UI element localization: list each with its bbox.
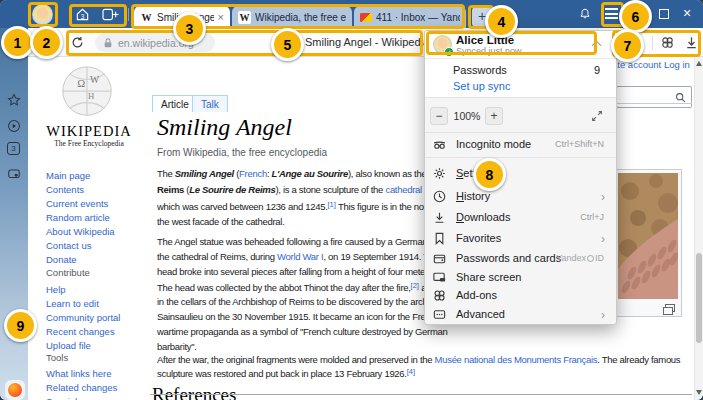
article-image-frame[interactable] — [614, 169, 682, 317]
menu-item-settings[interactable]: Settings — [425, 166, 616, 182]
wikipedia-tagline: The Free Encyclopedia — [28, 139, 150, 148]
menu-sync-card: Passwords 9 Set up sync — [425, 58, 616, 98]
passwords-label[interactable]: Passwords — [453, 64, 507, 76]
gear-icon — [432, 166, 447, 181]
wiki-link-contents[interactable]: Contents — [46, 183, 115, 197]
zoom-level: 100% — [451, 110, 483, 122]
menu-profile-row[interactable]: ✓ Alice Little Synced just now — [425, 31, 616, 58]
wiki-link-about[interactable]: About Wikipedia — [46, 225, 115, 239]
divider — [652, 36, 653, 50]
wiki-link-main-page[interactable]: Main page — [46, 169, 115, 183]
menu-item-label: Incognito mode — [456, 138, 531, 150]
menu-item-label: Passwords and cards — [456, 252, 561, 264]
menu-item-label: Favorites — [456, 232, 501, 244]
close-button[interactable]: × — [683, 5, 691, 21]
menu-item-share-screen[interactable]: Share screen — [425, 270, 616, 286]
wiki-link-learn-to-edit[interactable]: Learn to edit — [46, 297, 120, 311]
article-line: wartime propaganda as a symbol of "Frenc… — [157, 326, 607, 339]
divider — [128, 8, 129, 21]
notifications-bell-icon[interactable] — [578, 7, 592, 21]
wiki-contribute-list: Help Learn to edit Community portal Rece… — [46, 283, 120, 353]
wiki-link-what-links-here[interactable]: What links here — [46, 367, 117, 381]
wiki-link-random-article[interactable]: Random article — [46, 211, 115, 225]
hamburger-menu-icon[interactable] — [605, 8, 618, 19]
wiki-search-input[interactable] — [616, 86, 692, 108]
set-up-sync-link[interactable]: Set up sync — [453, 80, 510, 92]
wiki-link-contact[interactable]: Contact us — [46, 239, 115, 253]
sync-check-icon: ✓ — [444, 47, 454, 57]
scrollbar-track[interactable] — [694, 57, 703, 400]
chevron-up-icon[interactable] — [592, 41, 602, 51]
sync-status: Synced just now — [456, 46, 522, 56]
menu-item-history[interactable]: History › — [425, 189, 616, 205]
menu-item-advanced[interactable]: Advanced › — [425, 307, 616, 323]
ellipsis-box-icon — [432, 307, 447, 322]
download-arrow-icon — [432, 210, 447, 225]
login-link[interactable]: Log in — [664, 59, 690, 70]
reload-icon[interactable] — [70, 35, 85, 50]
yandex-browser-logo[interactable] — [5, 380, 25, 400]
divider — [425, 157, 616, 158]
menu-item-downloads[interactable]: Downloads Ctrl+J — [425, 210, 616, 226]
wiki-contribute-header: Contribute — [46, 266, 90, 280]
yandex-logo-ball — [8, 383, 22, 397]
tab-close-icon[interactable]: × — [218, 11, 224, 23]
browser-menu-panel: ✓ Alice Little Synced just now Passwords… — [424, 30, 617, 325]
tab-talk[interactable]: Talk — [192, 95, 228, 112]
puzzle-icon — [432, 288, 447, 303]
tab-wikipedia-main[interactable]: W Wikipedia, the free encyclopedia — [232, 6, 352, 28]
wikipedia-wordmark: WIKIPEDIA — [28, 123, 150, 140]
menu-item-label: Advanced — [456, 308, 505, 320]
extensions-clover-icon[interactable] — [660, 35, 675, 50]
scrollbar-thumb[interactable] — [696, 253, 702, 343]
wallet-icon — [432, 251, 447, 266]
menu-item-incognito[interactable]: Incognito mode Ctrl+Shift+N — [425, 137, 616, 153]
menu-item-label: Share screen — [456, 271, 521, 283]
wiki-header-rule — [610, 103, 692, 104]
scroll-down-arrow[interactable] — [696, 390, 702, 395]
scroll-up-arrow[interactable] — [696, 61, 702, 66]
tab-counter-icon[interactable]: 3 — [7, 142, 20, 155]
article-line: barbarity". — [157, 341, 607, 354]
wiki-link-help[interactable]: Help — [46, 283, 120, 297]
favorites-star-icon[interactable] — [7, 93, 21, 107]
incognito-mask-icon — [432, 137, 447, 152]
menu-shortcut: Ctrl+Shift+N — [555, 139, 604, 149]
wiki-link-community-portal[interactable]: Community portal — [46, 311, 120, 325]
passwords-count: 9 — [594, 64, 600, 76]
wiki-link-related-changes[interactable]: Related changes — [46, 381, 117, 395]
bookmark-icon — [432, 231, 447, 246]
new-window-icon[interactable] — [102, 7, 120, 22]
wiki-link-donate[interactable]: Donate — [46, 253, 115, 267]
wikipedia-globe-logo[interactable]: Ω W H — [58, 64, 116, 122]
wiki-link-recent-changes[interactable]: Recent changes — [46, 325, 120, 339]
divider — [425, 132, 616, 133]
downloads-icon[interactable] — [684, 35, 699, 50]
menu-item-addons[interactable]: Add-ons — [425, 288, 616, 304]
profile-avatar[interactable] — [32, 4, 53, 25]
create-account-link[interactable]: ate account — [612, 59, 661, 70]
menu-item-passwords-cards[interactable]: Passwords and cards YandexID — [425, 251, 616, 267]
menu-shortcut: Ctrl+J — [580, 212, 604, 222]
zoom-in-button[interactable]: + — [485, 107, 503, 125]
tab-article[interactable]: Article — [152, 95, 198, 112]
wiki-link-special-pages[interactable]: Special pages — [46, 395, 117, 400]
article-line: sculpture was restored and put back in p… — [157, 367, 693, 380]
browser-sidebar: 3 + — [0, 28, 28, 400]
wiki-nav-list: Main page Contents Current events Random… — [46, 169, 115, 267]
screen-cast-icon[interactable] — [7, 167, 21, 181]
wiki-link-current-events[interactable]: Current events — [46, 197, 115, 211]
image-expand-icon[interactable] — [665, 304, 675, 312]
fullscreen-icon[interactable] — [590, 109, 604, 123]
tab-yandex-mail[interactable]: 411 · Inbox — Yandex Mail — [354, 6, 466, 28]
home-button[interactable]: 3 — [75, 7, 90, 22]
clock-icon — [432, 189, 447, 204]
annotation-badge-4: 4 — [485, 5, 518, 38]
wiki-tools-list: What links here Related changes Special … — [46, 367, 117, 400]
maximize-button[interactable] — [659, 9, 669, 19]
menu-item-favorites[interactable]: Favorites › — [425, 231, 616, 247]
zoom-out-button[interactable]: − — [430, 107, 448, 125]
collections-play-icon[interactable] — [7, 119, 21, 133]
article-title: Smiling Angel — [157, 114, 292, 141]
svg-text:H: H — [88, 91, 95, 101]
